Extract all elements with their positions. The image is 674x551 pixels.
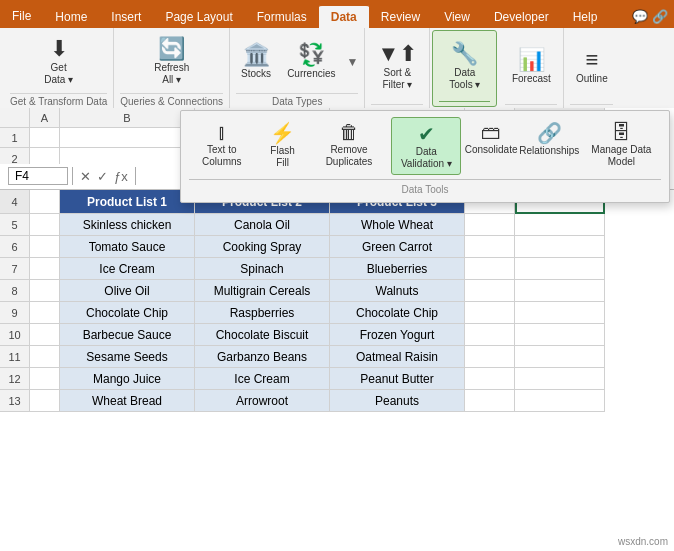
cell-c9[interactable]: Raspberries: [195, 302, 330, 324]
consolidate-label: Consolidate: [465, 144, 518, 156]
cell-b10[interactable]: Barbecue Sauce: [60, 324, 195, 346]
col-header-b[interactable]: B: [60, 108, 195, 128]
cell-d11[interactable]: Oatmeal Raisin: [330, 346, 465, 368]
cell-c12[interactable]: Ice Cream: [195, 368, 330, 390]
outline-button[interactable]: ≡ Outline: [571, 46, 613, 88]
cell-e6[interactable]: [465, 236, 515, 258]
cell-b13[interactable]: Wheat Bread: [60, 390, 195, 412]
cell-a9[interactable]: [30, 302, 60, 324]
col-corner[interactable]: [0, 108, 30, 128]
tab-review[interactable]: Review: [369, 6, 432, 28]
cell-d9[interactable]: Chocolate Chip: [330, 302, 465, 324]
remove-duplicates-label: Remove Duplicates: [317, 144, 382, 168]
group-label-get-transform: Get & Transform Data: [10, 93, 107, 107]
manage-data-model-button[interactable]: 🗄 Manage Data Model: [582, 117, 661, 172]
flash-fill-button[interactable]: ⚡ Flash Fill: [259, 117, 307, 173]
cell-b7[interactable]: Ice Cream: [60, 258, 195, 280]
cell-f8[interactable]: [515, 280, 605, 302]
cell-b9[interactable]: Chocolate Chip: [60, 302, 195, 324]
cell-f7[interactable]: [515, 258, 605, 280]
cell-a6[interactable]: [30, 236, 60, 258]
cell-c6[interactable]: Cooking Spray: [195, 236, 330, 258]
cell-a1[interactable]: [30, 128, 60, 148]
cell-f9[interactable]: [515, 302, 605, 324]
cell-d7[interactable]: Blueberries: [330, 258, 465, 280]
stocks-button[interactable]: 🏛️ Stocks: [236, 41, 276, 83]
get-data-button[interactable]: ⬇ Get Data ▾: [39, 35, 79, 89]
cell-b8[interactable]: Olive Oil: [60, 280, 195, 302]
ribbon-group-data-types: 🏛️ Stocks 💱 Currencies ▼ Data Types: [230, 28, 365, 109]
cell-a7[interactable]: [30, 258, 60, 280]
data-validation-icon: ✔: [418, 122, 435, 146]
cell-b12[interactable]: Mango Juice: [60, 368, 195, 390]
cell-c7[interactable]: Spinach: [195, 258, 330, 280]
flash-fill-icon: ⚡: [270, 121, 295, 145]
cell-a10[interactable]: [30, 324, 60, 346]
ribbon-icon-share[interactable]: 🔗: [652, 9, 668, 24]
cell-f11[interactable]: [515, 346, 605, 368]
cell-c13[interactable]: Arrowroot: [195, 390, 330, 412]
cell-a12[interactable]: [30, 368, 60, 390]
cell-f12[interactable]: [515, 368, 605, 390]
text-to-columns-button[interactable]: ⫿ Text to Columns: [189, 117, 255, 172]
cell-f13[interactable]: [515, 390, 605, 412]
cell-e11[interactable]: [465, 346, 515, 368]
tab-page-layout[interactable]: Page Layout: [153, 6, 244, 28]
relationships-button[interactable]: 🔗 Relationships: [521, 117, 578, 161]
currencies-button[interactable]: 💱 Currencies: [282, 41, 340, 83]
data-validation-button[interactable]: ✔ Data Validation ▾: [391, 117, 461, 175]
sort-filter-button[interactable]: ▼⬆ Sort &Filter ▾: [372, 40, 422, 94]
cell-f6[interactable]: [515, 236, 605, 258]
cell-b11[interactable]: Sesame Seeds: [60, 346, 195, 368]
col-header-a[interactable]: A: [30, 108, 60, 128]
forecast-button[interactable]: 📊 Forecast: [507, 46, 556, 88]
tab-formulas[interactable]: Formulas: [245, 6, 319, 28]
cell-d5[interactable]: Whole Wheat: [330, 214, 465, 236]
row-header-7: 7: [0, 258, 30, 280]
cell-a13[interactable]: [30, 390, 60, 412]
refresh-all-button[interactable]: 🔄 Refresh All ▾: [149, 35, 194, 89]
cell-e7[interactable]: [465, 258, 515, 280]
cancel-icon[interactable]: ✕: [77, 169, 94, 184]
cell-b1[interactable]: [60, 128, 195, 148]
cell-a11[interactable]: [30, 346, 60, 368]
cell-e9[interactable]: [465, 302, 515, 324]
cell-d13[interactable]: Peanuts: [330, 390, 465, 412]
cell-a8[interactable]: [30, 280, 60, 302]
tab-developer[interactable]: Developer: [482, 6, 561, 28]
remove-duplicates-button[interactable]: 🗑 Remove Duplicates: [311, 117, 388, 172]
ribbon-icon-comment[interactable]: 💬: [632, 9, 648, 24]
tab-help[interactable]: Help: [561, 6, 610, 28]
cell-c8[interactable]: Multigrain Cereals: [195, 280, 330, 302]
cell-b4[interactable]: Product List 1: [60, 190, 195, 214]
cell-reference-box[interactable]: [8, 167, 68, 185]
cell-f5[interactable]: [515, 214, 605, 236]
cell-d6[interactable]: Green Carrot: [330, 236, 465, 258]
insert-function-icon[interactable]: ƒx: [111, 169, 131, 184]
consolidate-button[interactable]: 🗃 Consolidate: [465, 117, 516, 160]
data-tools-button[interactable]: 🔧 DataTools ▾: [444, 40, 485, 94]
confirm-icon[interactable]: ✓: [94, 169, 111, 184]
tab-insert[interactable]: Insert: [99, 6, 153, 28]
cell-e10[interactable]: [465, 324, 515, 346]
cell-b6[interactable]: Tomato Sauce: [60, 236, 195, 258]
cell-e5[interactable]: [465, 214, 515, 236]
cell-d8[interactable]: Walnuts: [330, 280, 465, 302]
tab-data[interactable]: Data: [319, 4, 369, 28]
cell-d10[interactable]: Frozen Yogurt: [330, 324, 465, 346]
tab-file[interactable]: File: [0, 4, 43, 28]
cell-c10[interactable]: Chocolate Biscuit: [195, 324, 330, 346]
data-tools-dropdown: ⫿ Text to Columns ⚡ Flash Fill 🗑 Remove …: [180, 110, 670, 203]
tab-view[interactable]: View: [432, 6, 482, 28]
cell-f10[interactable]: [515, 324, 605, 346]
cell-e13[interactable]: [465, 390, 515, 412]
cell-b5[interactable]: Skinless chicken: [60, 214, 195, 236]
cell-c11[interactable]: Garbanzo Beans: [195, 346, 330, 368]
tab-home[interactable]: Home: [43, 6, 99, 28]
cell-a4[interactable]: [30, 190, 60, 214]
cell-a5[interactable]: [30, 214, 60, 236]
cell-d12[interactable]: Peanut Butter: [330, 368, 465, 390]
cell-e8[interactable]: [465, 280, 515, 302]
cell-c5[interactable]: Canola Oil: [195, 214, 330, 236]
cell-e12[interactable]: [465, 368, 515, 390]
